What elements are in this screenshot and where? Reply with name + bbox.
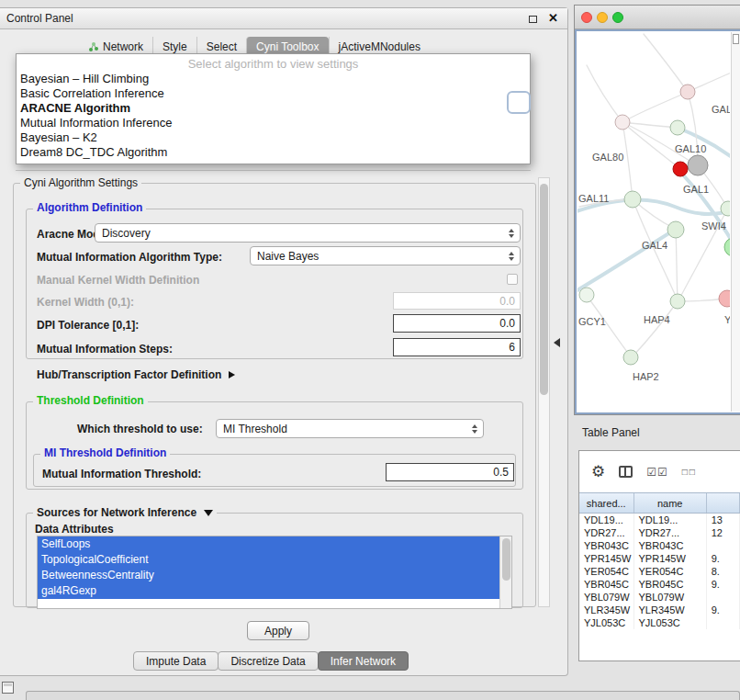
table-row[interactable]: YBL079WYBL079W	[579, 591, 740, 604]
scrollbar-thumb[interactable]	[540, 184, 548, 395]
network-canvas[interactable]: GAL8GAL80GAL10GAL11GAL1SWI4GAL4GCY1HAP4H…	[577, 32, 730, 412]
network-node[interactable]	[719, 290, 730, 307]
table-panel-window: ⚙ ☑☑ □□ shared...name YDL19...YDL19...13…	[578, 450, 740, 661]
table-row[interactable]: YJL053CYJL053C	[579, 616, 740, 629]
table-row[interactable]: YBR043CYBR043C	[579, 539, 740, 552]
data-attribute-item[interactable]: TopologicalCoefficient	[38, 552, 499, 568]
table-row[interactable]: YDR27...YDR27...12	[579, 526, 740, 539]
minimize-window-icon[interactable]	[597, 12, 608, 23]
mi-threshold-label: Mutual Information Threshold:	[42, 468, 201, 480]
network-edge[interactable]	[644, 34, 688, 92]
table-row[interactable]: YPR145WYPR145W9.	[579, 552, 740, 565]
table-cell: 13	[707, 514, 740, 526]
table-cell: YER054C	[634, 565, 707, 578]
network-scrollbar[interactable]	[731, 32, 740, 412]
network-node[interactable]	[579, 288, 594, 302]
manual-kernel-checkbox[interactable]	[507, 274, 518, 285]
deselect-all-icon[interactable]: □□	[682, 467, 697, 477]
node-label: HAP4	[644, 314, 670, 325]
table-row[interactable]: YLR345WYLR345W9.	[579, 604, 740, 616]
network-node[interactable]	[688, 155, 708, 175]
data-attribute-item[interactable]: SelfLoops	[38, 536, 499, 552]
network-node[interactable]	[670, 294, 685, 309]
table-cell: 9.	[707, 604, 740, 616]
network-node[interactable]	[624, 191, 641, 208]
mi-algorithm-type-label: Mutual Information Algorithm Type:	[37, 251, 222, 264]
table-cell: YDR27...	[579, 526, 634, 539]
manual-kernel-width-label: Manual Kernel Width Definition	[37, 274, 199, 287]
bottom-tabs: Impute DataDiscretize DataInfer Network	[134, 651, 409, 671]
table-row[interactable]: YBR045CYBR045C9.	[579, 578, 740, 591]
network-edge[interactable]	[633, 301, 678, 356]
algorithm-option[interactable]: Mutual Information Inference	[17, 116, 530, 130]
algorithm-option[interactable]: ARACNE Algorithm	[17, 101, 530, 116]
network-edge[interactable]	[622, 92, 688, 122]
mi-threshold-field[interactable]: 0.5	[386, 463, 514, 481]
aracne-mode-combobox[interactable]: Discovery	[95, 223, 521, 243]
hub-definition-expander[interactable]: Hub/Transcription Factor Definition	[37, 368, 235, 381]
table-toolbar: ⚙ ☑☑ □□	[579, 451, 740, 492]
mi-steps-field[interactable]: 6	[393, 338, 521, 356]
collapse-arrow-icon	[204, 510, 213, 516]
network-node[interactable]	[680, 85, 695, 99]
zoom-window-icon[interactable]	[612, 12, 623, 23]
list-scrollbar[interactable]	[499, 536, 511, 608]
bottom-tab-discretize-data[interactable]: Discretize Data	[218, 651, 318, 671]
close-window-icon[interactable]	[581, 12, 592, 23]
network-node[interactable]	[623, 350, 638, 365]
table-cell: YDL19...	[579, 514, 634, 526]
settings-scrollbar[interactable]	[538, 177, 550, 607]
network-node[interactable]	[673, 162, 688, 176]
network-node[interactable]	[615, 115, 630, 130]
panel-splitter-handle[interactable]	[554, 338, 560, 347]
control-panel-title: Control Panel	[6, 12, 73, 25]
tab-label: Cyni Toolbox	[256, 40, 319, 53]
dpi-tolerance-field[interactable]: 0.0	[393, 314, 521, 333]
data-attributes-list[interactable]: SelfLoopsTopologicalCoefficientBetweenne…	[37, 536, 512, 609]
which-threshold-combobox[interactable]: MI Threshold	[216, 419, 484, 438]
data-attribute-item[interactable]: BetweennessCentrality	[38, 568, 499, 583]
table-cell: 8.	[707, 565, 740, 578]
table-cell	[707, 591, 740, 604]
table-row[interactable]: YER054CYER054C8.	[579, 565, 740, 578]
network-edge[interactable]	[622, 122, 633, 199]
tab-label: Select	[207, 40, 237, 53]
control-panel-titlebar: Control Panel ✕	[0, 8, 567, 29]
table-column-header[interactable]: name	[634, 493, 707, 513]
mi-algorithm-type-combobox[interactable]: Naive Bayes	[250, 246, 521, 265]
close-panel-icon[interactable]: ✕	[548, 11, 558, 25]
network-node[interactable]	[667, 221, 684, 238]
table-column-header[interactable]: shared...	[579, 493, 634, 513]
gear-icon[interactable]: ⚙	[591, 464, 605, 480]
sources-title: Sources for Network Inference	[37, 506, 196, 519]
bottom-tab-infer-network[interactable]: Infer Network	[318, 651, 409, 671]
algorithm-dropdown-list: Bayesian – Hill ClimbingBasic Correlatio…	[17, 72, 530, 160]
mi-steps-label: Mutual Information Steps:	[37, 343, 173, 356]
node-label: SWI4	[701, 220, 726, 231]
scrollbar-thumb[interactable]	[502, 538, 510, 581]
algorithm-option[interactable]: Bayesian – K2	[17, 130, 530, 145]
algorithm-option[interactable]: Dream8 DC_TDC Algorithm	[17, 145, 530, 160]
table-row[interactable]: YDL19...YDL19...13	[579, 514, 740, 526]
data-attribute-item[interactable]: gal4RGexp	[38, 583, 499, 599]
algorithm-definition-title: Algorithm Definition	[33, 202, 146, 214]
network-node[interactable]	[724, 238, 730, 256]
table-cell: YDR27...	[634, 526, 707, 539]
select-all-icon[interactable]: ☑☑	[646, 466, 668, 479]
algorithm-option[interactable]: Bayesian – Hill Climbing	[17, 72, 530, 86]
apply-button[interactable]: Apply	[247, 621, 309, 640]
network-edge[interactable]	[676, 230, 678, 300]
birdseye-icon[interactable]	[733, 34, 739, 44]
collapsed-panel-icon[interactable]	[2, 682, 14, 694]
network-node[interactable]	[670, 120, 685, 135]
network-edge[interactable]	[688, 92, 698, 165]
table-header-row: shared...name	[579, 492, 740, 514]
bottom-tab-impute-data[interactable]: Impute Data	[133, 651, 219, 671]
float-panel-icon[interactable]	[529, 16, 537, 23]
columns-icon[interactable]	[619, 466, 633, 478]
node-label: GAL8	[712, 104, 730, 115]
algorithm-option[interactable]: Basic Correlation Inference	[17, 86, 530, 101]
network-edge[interactable]	[587, 65, 622, 122]
table-column-header[interactable]	[707, 493, 740, 513]
sources-expander[interactable]: Sources for Network Inference	[33, 506, 217, 519]
